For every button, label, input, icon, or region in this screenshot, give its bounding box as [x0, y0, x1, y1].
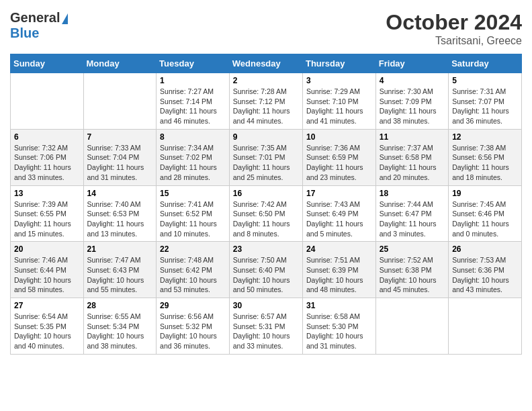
week-row: 13Sunrise: 7:39 AM Sunset: 6:55 PM Dayli…: [11, 185, 522, 242]
day-info: Sunrise: 6:56 AM Sunset: 5:32 PM Dayligh…: [160, 312, 226, 351]
day-info: Sunrise: 7:40 AM Sunset: 6:53 PM Dayligh…: [87, 199, 153, 239]
logo-general-text: General: [10, 10, 60, 26]
day-info: Sunrise: 6:55 AM Sunset: 5:34 PM Dayligh…: [87, 312, 153, 351]
day-number: 22: [160, 244, 226, 254]
calendar-cell: 1Sunrise: 7:27 AM Sunset: 7:14 PM Daylig…: [157, 73, 230, 130]
calendar-cell: 21Sunrise: 7:47 AM Sunset: 6:43 PM Dayli…: [83, 242, 157, 298]
day-number: 30: [233, 301, 299, 310]
day-number: 25: [380, 244, 445, 254]
day-info: Sunrise: 6:57 AM Sunset: 5:31 PM Dayligh…: [233, 312, 299, 351]
calendar-cell: [83, 73, 157, 130]
day-info: Sunrise: 7:27 AM Sunset: 7:14 PM Dayligh…: [160, 87, 226, 126]
day-number: 1: [160, 76, 226, 85]
week-row: 6Sunrise: 7:32 AM Sunset: 7:06 PM Daylig…: [11, 129, 522, 185]
calendar-cell: 12Sunrise: 7:38 AM Sunset: 6:56 PM Dayli…: [449, 129, 522, 185]
calendar-cell: 11Sunrise: 7:37 AM Sunset: 6:58 PM Dayli…: [375, 129, 448, 185]
calendar-cell: 23Sunrise: 7:50 AM Sunset: 6:40 PM Dayli…: [229, 242, 302, 298]
calendar-cell: 29Sunrise: 6:56 AM Sunset: 5:32 PM Dayli…: [157, 298, 230, 355]
month-title: October 2024: [386, 10, 522, 35]
day-info: Sunrise: 7:29 AM Sunset: 7:10 PM Dayligh…: [306, 87, 372, 126]
day-number: 12: [452, 132, 518, 142]
calendar-cell: 18Sunrise: 7:44 AM Sunset: 6:47 PM Dayli…: [375, 185, 448, 242]
day-number: 10: [306, 132, 372, 142]
weekday-header: Tuesday: [157, 54, 230, 73]
calendar-cell: 19Sunrise: 7:45 AM Sunset: 6:46 PM Dayli…: [449, 185, 522, 242]
day-number: 7: [87, 132, 153, 142]
day-number: 20: [14, 244, 80, 254]
calendar-cell: 6Sunrise: 7:32 AM Sunset: 7:06 PM Daylig…: [11, 129, 84, 185]
day-info: Sunrise: 7:34 AM Sunset: 7:02 PM Dayligh…: [160, 143, 226, 183]
weekday-header: Friday: [375, 54, 448, 73]
calendar-cell: 15Sunrise: 7:41 AM Sunset: 6:52 PM Dayli…: [157, 185, 230, 242]
day-info: Sunrise: 7:50 AM Sunset: 6:40 PM Dayligh…: [233, 255, 299, 295]
logo-triangle-icon: [62, 13, 68, 24]
calendar-cell: 20Sunrise: 7:46 AM Sunset: 6:44 PM Dayli…: [11, 242, 84, 298]
weekday-header: Sunday: [11, 54, 84, 73]
week-row: 27Sunrise: 6:54 AM Sunset: 5:35 PM Dayli…: [11, 298, 522, 355]
day-info: Sunrise: 7:51 AM Sunset: 6:39 PM Dayligh…: [306, 255, 372, 295]
day-info: Sunrise: 7:42 AM Sunset: 6:50 PM Dayligh…: [233, 199, 299, 239]
day-number: 5: [452, 76, 518, 85]
calendar-cell: 24Sunrise: 7:51 AM Sunset: 6:39 PM Dayli…: [302, 242, 375, 298]
day-info: Sunrise: 7:31 AM Sunset: 7:07 PM Dayligh…: [452, 87, 518, 126]
day-number: 27: [14, 301, 80, 310]
day-number: 28: [87, 301, 153, 310]
calendar-cell: 9Sunrise: 7:35 AM Sunset: 7:01 PM Daylig…: [229, 129, 302, 185]
day-number: 29: [160, 301, 226, 310]
day-number: 16: [233, 189, 299, 198]
weekday-header: Wednesday: [229, 54, 302, 73]
calendar-table: SundayMondayTuesdayWednesdayThursdayFrid…: [10, 54, 522, 355]
calendar-cell: 17Sunrise: 7:43 AM Sunset: 6:49 PM Dayli…: [302, 185, 375, 242]
day-info: Sunrise: 7:35 AM Sunset: 7:01 PM Dayligh…: [233, 143, 299, 183]
day-number: 21: [87, 244, 153, 254]
calendar-cell: 28Sunrise: 6:55 AM Sunset: 5:34 PM Dayli…: [83, 298, 157, 355]
calendar-cell: 22Sunrise: 7:48 AM Sunset: 6:42 PM Dayli…: [157, 242, 230, 298]
day-number: 11: [380, 132, 445, 142]
weekday-header: Thursday: [302, 54, 375, 73]
weekday-header: Monday: [83, 54, 157, 73]
calendar-cell: 4Sunrise: 7:30 AM Sunset: 7:09 PM Daylig…: [375, 73, 448, 130]
day-number: 17: [306, 189, 372, 198]
day-number: 8: [160, 132, 226, 142]
day-info: Sunrise: 7:33 AM Sunset: 7:04 PM Dayligh…: [87, 143, 153, 183]
day-number: 19: [452, 189, 518, 198]
calendar-cell: 16Sunrise: 7:42 AM Sunset: 6:50 PM Dayli…: [229, 185, 302, 242]
calendar-cell: 14Sunrise: 7:40 AM Sunset: 6:53 PM Dayli…: [83, 185, 157, 242]
calendar-cell: 31Sunrise: 6:58 AM Sunset: 5:30 PM Dayli…: [302, 298, 375, 355]
day-info: Sunrise: 7:38 AM Sunset: 6:56 PM Dayligh…: [452, 143, 518, 183]
day-number: 23: [233, 244, 299, 254]
calendar-cell: 2Sunrise: 7:28 AM Sunset: 7:12 PM Daylig…: [229, 73, 302, 130]
day-info: Sunrise: 7:52 AM Sunset: 6:38 PM Dayligh…: [380, 255, 445, 295]
day-number: 6: [14, 132, 80, 142]
day-number: 18: [380, 189, 445, 198]
calendar-cell: [449, 298, 522, 355]
day-info: Sunrise: 7:28 AM Sunset: 7:12 PM Dayligh…: [233, 87, 299, 126]
day-number: 26: [452, 244, 518, 254]
day-number: 24: [306, 244, 372, 254]
calendar-cell: 30Sunrise: 6:57 AM Sunset: 5:31 PM Dayli…: [229, 298, 302, 355]
logo: General Blue: [10, 10, 68, 41]
day-info: Sunrise: 7:32 AM Sunset: 7:06 PM Dayligh…: [14, 143, 80, 183]
page-header: General Blue October 2024 Tsaritsani, Gr…: [10, 10, 522, 47]
calendar-cell: 3Sunrise: 7:29 AM Sunset: 7:10 PM Daylig…: [302, 73, 375, 130]
location-label: Tsaritsani, Greece: [386, 35, 522, 47]
calendar-cell: [11, 73, 84, 130]
title-section: October 2024 Tsaritsani, Greece: [386, 10, 522, 47]
day-info: Sunrise: 7:53 AM Sunset: 6:36 PM Dayligh…: [452, 255, 518, 295]
day-info: Sunrise: 7:45 AM Sunset: 6:46 PM Dayligh…: [452, 199, 518, 239]
day-number: 3: [306, 76, 372, 85]
day-number: 15: [160, 189, 226, 198]
day-info: Sunrise: 7:44 AM Sunset: 6:47 PM Dayligh…: [380, 199, 445, 239]
calendar-cell: [375, 298, 448, 355]
calendar-cell: 27Sunrise: 6:54 AM Sunset: 5:35 PM Dayli…: [11, 298, 84, 355]
day-number: 13: [14, 189, 80, 198]
day-info: Sunrise: 6:58 AM Sunset: 5:30 PM Dayligh…: [306, 312, 372, 351]
day-info: Sunrise: 7:39 AM Sunset: 6:55 PM Dayligh…: [14, 199, 80, 239]
calendar-cell: 10Sunrise: 7:36 AM Sunset: 6:59 PM Dayli…: [302, 129, 375, 185]
day-info: Sunrise: 7:41 AM Sunset: 6:52 PM Dayligh…: [160, 199, 226, 239]
weekday-header: Saturday: [449, 54, 522, 73]
calendar-cell: 13Sunrise: 7:39 AM Sunset: 6:55 PM Dayli…: [11, 185, 84, 242]
week-row: 20Sunrise: 7:46 AM Sunset: 6:44 PM Dayli…: [11, 242, 522, 298]
day-number: 9: [233, 132, 299, 142]
day-info: Sunrise: 6:54 AM Sunset: 5:35 PM Dayligh…: [14, 312, 80, 351]
